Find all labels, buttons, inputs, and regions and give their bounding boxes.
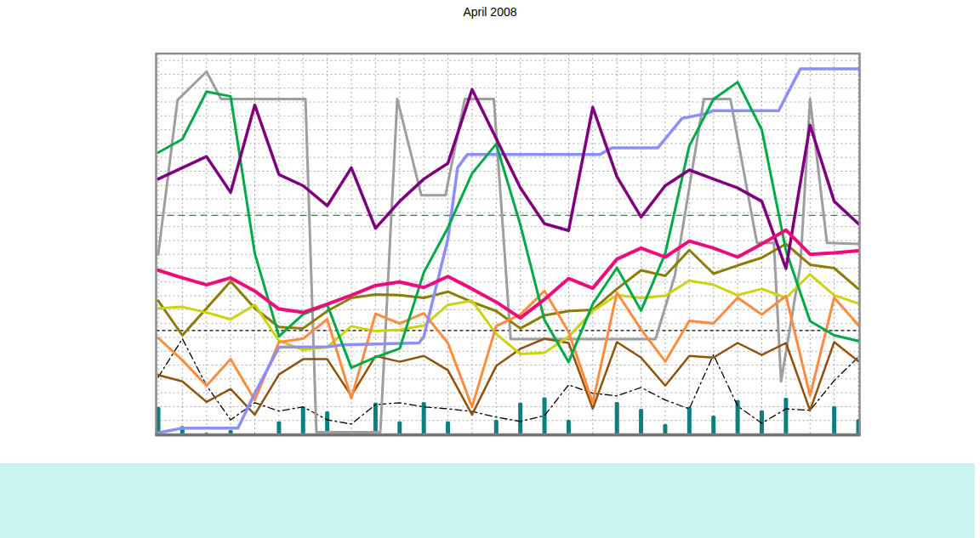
- chart-canvas: [0, 0, 980, 463]
- series-line-luftfeuchte: [158, 89, 858, 269]
- bar-sonne: [397, 422, 402, 434]
- bar-sonne: [494, 420, 499, 434]
- bar-sonne: [615, 402, 619, 434]
- bar-sonne: [832, 406, 836, 434]
- stats-table: [0, 463, 975, 538]
- bar-sonne: [663, 424, 667, 434]
- bar-sonne: [276, 422, 281, 434]
- bar-sonne: [639, 409, 643, 434]
- bar-sonne: [518, 403, 522, 434]
- bar-sonne: [783, 398, 788, 434]
- bar-sonne: [567, 420, 571, 434]
- bar-sonne: [687, 407, 692, 434]
- bar-sonne: [446, 422, 450, 434]
- bar-sonne: [325, 411, 329, 434]
- series-line-regen: [158, 69, 858, 433]
- weather-chart-app: April 2008: [0, 0, 980, 538]
- bar-sonne: [373, 403, 378, 434]
- bar-sonne: [711, 416, 715, 434]
- bar-sonne: [543, 398, 547, 434]
- bar-sonne: [301, 407, 305, 434]
